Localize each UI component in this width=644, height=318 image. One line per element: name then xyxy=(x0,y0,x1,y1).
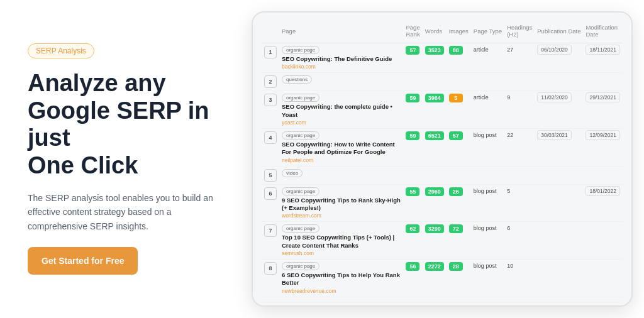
page-title: Top 10 SEO Copywriting Tips (+ Tools) | … xyxy=(282,234,394,248)
table-row: 2 questions xyxy=(262,73,623,91)
pub-date-cell xyxy=(535,73,583,91)
date-value: 12/09/2021 xyxy=(586,130,620,140)
page-type-cell: blog post xyxy=(471,260,504,297)
score-badge: 2272 xyxy=(425,262,444,271)
score-badge: 57 xyxy=(449,131,463,140)
rank-cell: 1 xyxy=(262,43,279,73)
page-title: SEO Copywriting: the complete guide • Yo… xyxy=(282,103,392,118)
pub-date-cell xyxy=(535,184,583,222)
score-badge: 88 xyxy=(449,46,463,55)
words-cell xyxy=(423,73,447,91)
score-badge: 57 xyxy=(406,46,419,55)
page-type-cell: article xyxy=(471,43,504,73)
page-cell: organic page SEO Copywriting: the comple… xyxy=(279,91,403,129)
rank-number: 3 xyxy=(264,94,277,106)
headings-cell: 6 xyxy=(504,222,535,260)
images-cell: 72 xyxy=(447,222,471,260)
headings-cell: 5 xyxy=(504,184,535,222)
pub-date-cell xyxy=(535,166,583,184)
page-tag: video xyxy=(282,169,303,177)
page-title: 6 SEO Copywriting Tips to Help You Rank … xyxy=(282,271,400,286)
date-value: 06/10/2020 xyxy=(537,45,572,55)
pub-date-cell: 06/10/2020 xyxy=(535,43,583,73)
images-cell: 88 xyxy=(447,43,471,73)
page-cell: organic page 6 SEO Copywriting Tips to H… xyxy=(279,260,403,297)
headings-value: 5 xyxy=(507,188,510,194)
page-cell: questions xyxy=(279,73,403,91)
page-url: newbreedrevenue.com xyxy=(282,288,336,294)
page-cell: organic page Top 10 SEO Copywriting Tips… xyxy=(279,222,403,260)
score-badge: 28 xyxy=(449,262,463,271)
page-tag: organic page xyxy=(282,94,319,102)
mod-date-cell: 12/09/2021 xyxy=(583,129,623,167)
images-cell: 5 xyxy=(447,91,471,129)
page-type: blog post xyxy=(474,225,497,231)
page-rank-cell: 59 xyxy=(403,91,422,129)
page-tag: organic page xyxy=(282,262,319,270)
page-title: SEO Copywriting: The Definitive Guide xyxy=(282,55,392,62)
page-tag: organic page xyxy=(282,187,319,195)
rank-number: 7 xyxy=(264,224,277,237)
score-badge: 62 xyxy=(406,224,419,233)
images-cell xyxy=(447,73,471,91)
page-url: semrush.com xyxy=(282,250,314,256)
col-page-rank: PageRank xyxy=(403,24,422,43)
date-value: 18/11/2021 xyxy=(586,45,620,55)
col-headings: Headings(H2) xyxy=(504,24,535,43)
rank-cell: 2 xyxy=(262,73,279,91)
score-badge: 59 xyxy=(406,94,419,102)
page-type-cell: blog post xyxy=(471,129,504,167)
rank-cell: 7 xyxy=(262,222,279,260)
page-cell: organic page SEO Copywriting: The Defini… xyxy=(279,43,403,73)
mod-date-cell: 18/11/2021 xyxy=(583,43,623,73)
date-value: 30/03/2021 xyxy=(537,130,572,140)
rank-number: 6 xyxy=(264,187,277,200)
rank-number: 1 xyxy=(264,46,277,58)
words-cell: 3290 xyxy=(423,222,447,260)
page-url: wordstream.com xyxy=(282,212,321,219)
page-type: blog post xyxy=(474,263,497,269)
table-row: 8 organic page 6 SEO Copywriting Tips to… xyxy=(262,260,623,297)
score-badge: 2960 xyxy=(425,187,444,196)
page-title: 9 SEO Copywriting Tips to Rank Sky-High … xyxy=(282,197,401,211)
images-cell: 28 xyxy=(447,260,471,297)
score-badge: 6521 xyxy=(425,131,444,140)
col-images: Images xyxy=(447,24,471,43)
table-row: 4 organic page SEO Copywriting: How to W… xyxy=(262,129,623,167)
images-cell xyxy=(447,166,471,184)
page-tag: questions xyxy=(282,75,312,84)
page-rank-cell: 55 xyxy=(403,184,422,222)
mod-date-cell xyxy=(583,222,623,260)
score-badge: 72 xyxy=(449,224,463,233)
rank-number: 8 xyxy=(264,262,277,275)
headings-value: 27 xyxy=(507,47,513,53)
page-url: neilpatel.com xyxy=(282,157,313,163)
col-rank-num xyxy=(262,24,279,43)
col-mod-date: ModificationDate xyxy=(583,24,623,43)
page-type-cell xyxy=(471,166,504,184)
table-row: 7 organic page Top 10 SEO Copywriting Ti… xyxy=(262,222,623,260)
words-cell xyxy=(423,166,447,184)
page-tag: organic page xyxy=(282,224,319,233)
rank-cell: 8 xyxy=(262,260,279,297)
score-badge: 59 xyxy=(406,131,419,140)
headings-value: 10 xyxy=(507,263,513,269)
page-rank-cell: 59 xyxy=(403,129,422,167)
page-tag: organic page xyxy=(282,46,319,54)
page-type: blog post xyxy=(474,188,497,194)
mod-date-cell xyxy=(583,166,623,184)
table-row: 6 organic page 9 SEO Copywriting Tips to… xyxy=(262,184,623,222)
rank-number: 2 xyxy=(264,75,277,88)
headings-cell: 9 xyxy=(504,91,535,129)
score-badge: 55 xyxy=(406,187,419,196)
page-url: yoast.com xyxy=(282,119,306,126)
page-rank-cell: 56 xyxy=(403,260,422,297)
cta-button[interactable]: Get Started for Free xyxy=(28,247,138,275)
date-value: 18/01/2022 xyxy=(586,186,620,196)
rank-cell: 6 xyxy=(262,184,279,222)
table-header-row: Page PageRank Words Images Page Type Hea… xyxy=(262,24,623,43)
score-badge: 56 xyxy=(406,262,419,271)
words-cell: 2272 xyxy=(423,260,447,297)
page-url: backlinko.com xyxy=(282,63,316,70)
words-cell: 6521 xyxy=(423,129,447,167)
